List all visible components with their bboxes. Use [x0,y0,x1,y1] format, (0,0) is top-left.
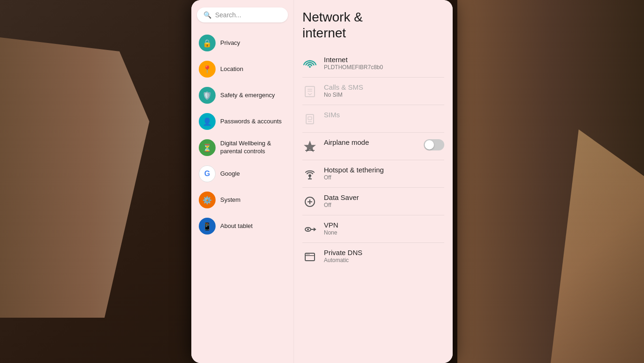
svg-point-7 [308,174,311,177]
sidebar-label-about: About tablet [220,222,252,230]
airplane-mode-title: Airplane mode [324,138,417,146]
data-saver-subtitle: Off [324,202,444,208]
passwords-icon: 👤 [199,113,216,130]
internet-item[interactable]: Internet PLDTHOMEFIBR7c8b0 [302,50,444,78]
hotspot-item[interactable]: Hotspot & tethering Off [302,160,444,188]
data-saver-item[interactable]: Data Saver Off [302,188,444,215]
calls-sms-text: Calls & SMS No SIM [324,83,444,98]
internet-icon [302,57,317,71]
search-bar[interactable]: 🔍 Search... [197,7,288,22]
page-title: Network &internet [302,9,444,41]
internet-text: Internet PLDTHOMEFIBR7c8b0 [324,56,444,71]
private-dns-item[interactable]: Private DNS Automatic [302,243,444,270]
internet-title: Internet [324,56,444,64]
sidebar-label-passwords: Passwords & accounts [220,118,282,126]
google-icon: G [199,165,216,182]
sidebar-label-google: Google [220,170,240,178]
svg-point-16 [307,254,308,255]
search-icon: 🔍 [203,11,211,19]
sidebar-item-about[interactable]: 📱 About tablet [193,213,292,239]
hotspot-icon [302,167,317,182]
main-content-area: Network &internet Internet [294,0,453,363]
vpn-icon [302,222,317,237]
airplane-toggle[interactable] [424,139,444,150]
private-dns-title: Private DNS [324,249,444,256]
about-icon: 📱 [199,218,216,235]
airplane-mode-item[interactable]: Airplane mode [302,133,444,160]
vpn-text: VPN None [324,221,444,236]
vpn-title: VPN [324,221,444,229]
sidebar-item-safety[interactable]: 🛡️ Safety & emergency [193,82,292,108]
sidebar-label-privacy: Privacy [220,39,240,47]
location-icon: 📍 [199,61,216,78]
private-dns-text: Private DNS Automatic [324,249,444,263]
svg-point-12 [307,228,309,230]
sidebar-item-passwords[interactable]: 👤 Passwords & accounts [193,108,292,135]
private-dns-icon [302,249,317,264]
search-placeholder: Search... [215,11,241,19]
airplane-mode-text: Airplane mode [324,138,417,146]
sims-icon [302,112,317,127]
vpn-item[interactable]: VPN None [302,215,444,243]
sims-title: SIMs [324,111,444,119]
airplane-icon [302,139,317,154]
tablet-device: 🔍 Search... 🔒 Privacy 📍 Location [191,0,453,363]
system-icon: ⚙️ [199,192,216,208]
vpn-subtitle: None [324,229,444,236]
calls-sms-icon [302,84,317,99]
sidebar-item-google[interactable]: G Google [193,161,292,187]
settings-sidebar: 🔍 Search... 🔒 Privacy 📍 Location [191,0,294,363]
sims-item[interactable]: SIMs [302,105,444,133]
calls-sms-title: Calls & SMS [324,83,444,91]
hotspot-title: Hotspot & tethering [324,166,444,174]
wellbeing-icon: ⏳ [199,139,216,156]
hotspot-subtitle: Off [324,174,444,181]
sidebar-label-system: System [220,196,240,204]
airplane-toggle-area[interactable] [424,139,444,150]
svg-point-17 [308,254,309,255]
settings-screen: 🔍 Search... 🔒 Privacy 📍 Location [191,0,453,363]
internet-subtitle: PLDTHOMEFIBR7c8b0 [324,64,444,71]
sidebar-item-wellbeing[interactable]: ⏳ Digital Wellbeing & parental controls [193,135,292,161]
right-hand-background [457,0,644,363]
hotspot-text: Hotspot & tethering Off [324,166,444,181]
svg-rect-4 [306,114,314,124]
sidebar-item-location[interactable]: 📍 Location [193,56,292,82]
data-saver-text: Data Saver Off [324,193,444,208]
safety-icon: 🛡️ [199,87,216,104]
sidebar-label-location: Location [220,65,243,73]
sidebar-label-safety: Safety & emergency [220,92,275,100]
data-saver-icon [302,194,317,209]
privacy-icon: 🔒 [199,35,216,51]
svg-rect-14 [305,253,315,261]
data-saver-title: Data Saver [324,193,444,201]
private-dns-subtitle: Automatic [324,257,444,263]
sidebar-label-wellbeing: Digital Wellbeing & parental controls [220,140,286,156]
sidebar-item-system[interactable]: ⚙️ System [193,187,292,213]
sidebar-item-privacy[interactable]: 🔒 Privacy [193,30,292,56]
calls-sms-subtitle: No SIM [324,92,444,98]
calls-sms-item[interactable]: Calls & SMS No SIM [302,78,444,105]
svg-point-0 [309,66,311,68]
sims-text: SIMs [324,111,444,119]
svg-rect-5 [308,117,312,120]
